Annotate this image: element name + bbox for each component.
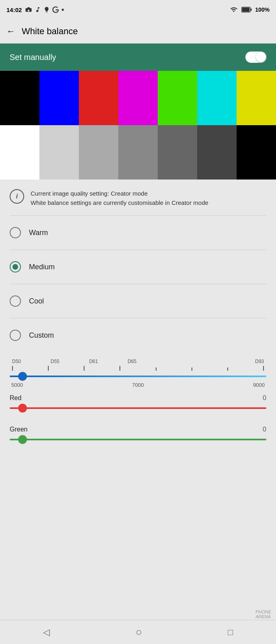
battery-percent: 100% <box>255 6 270 13</box>
radio-circle-cool <box>10 295 21 307</box>
color-bar-cyan <box>197 71 237 125</box>
green-channel-section: Green 0 <box>0 419 276 444</box>
game-icon <box>25 6 32 13</box>
gray-bar-4 <box>158 125 197 180</box>
tick-2 <box>48 366 49 371</box>
radio-circle-warm <box>10 227 21 238</box>
status-bar: 14:02 • <box>0 0 276 19</box>
tick-8 <box>263 366 264 371</box>
nav-bar: ◁ ○ □ <box>0 620 276 644</box>
color-bar-image <box>0 71 276 180</box>
wifi-icon <box>229 6 238 13</box>
bulb-icon <box>43 6 50 13</box>
scale-num-9000: 9000 <box>253 382 265 388</box>
gray-bar-0 <box>0 125 39 180</box>
color-bars-bottom <box>0 125 276 180</box>
radio-inner-medium <box>12 264 18 270</box>
set-manually-label: Set manually <box>10 53 56 62</box>
red-channel-row: Red 0 <box>10 394 266 402</box>
tick-5 <box>156 367 157 371</box>
gray-bar-1 <box>39 125 79 180</box>
tick-3 <box>84 366 84 371</box>
music-icon <box>35 6 41 13</box>
tick-6 <box>192 367 192 371</box>
radio-circle-medium <box>10 261 21 272</box>
green-thumb[interactable] <box>18 435 27 444</box>
red-slider[interactable] <box>10 403 266 413</box>
radio-warm[interactable]: Warm <box>0 216 276 250</box>
scale-label-d50: D50 <box>12 359 21 364</box>
radio-custom[interactable]: Custom <box>0 318 276 352</box>
toggle-knob <box>256 52 266 62</box>
green-track <box>10 439 266 440</box>
set-manually-banner: Set manually <box>0 43 276 71</box>
color-bars-top <box>0 71 276 125</box>
back-button[interactable]: ← <box>6 26 15 37</box>
svg-rect-2 <box>251 8 252 11</box>
gray-bar-2 <box>79 125 118 180</box>
tick-1 <box>12 366 13 371</box>
tick-4 <box>119 366 120 371</box>
status-left: 14:02 • <box>6 5 64 14</box>
green-value: 0 <box>263 426 266 433</box>
page-title: White balance <box>22 26 78 37</box>
radio-label-custom: Custom <box>29 331 54 340</box>
scale-label-d65: D65 <box>128 359 136 364</box>
top-bar: ← White balance <box>0 19 276 43</box>
temp-thumb[interactable] <box>18 372 27 381</box>
color-bar-green <box>158 71 197 125</box>
scale-label-d55: D55 <box>51 359 60 364</box>
nav-back-button[interactable]: ◁ <box>43 627 50 638</box>
color-bar-red <box>79 71 118 125</box>
scale-label-d93: D93 <box>255 359 264 364</box>
scale-label-d61: D61 <box>89 359 98 364</box>
svg-rect-1 <box>242 8 250 12</box>
radio-label-cool: Cool <box>29 297 44 305</box>
color-bar-yellow <box>237 71 276 125</box>
red-thumb[interactable] <box>18 404 27 413</box>
tick-7 <box>227 367 228 371</box>
dot-icon: • <box>61 5 64 14</box>
green-label: Green <box>10 426 27 433</box>
gray-bar-3 <box>118 125 158 180</box>
status-right: 100% <box>229 6 270 13</box>
radio-cool[interactable]: Cool <box>0 284 276 318</box>
red-value: 0 <box>263 394 266 402</box>
gray-bar-6 <box>237 125 276 180</box>
scale-num-5000: 5000 <box>11 382 23 388</box>
green-slider[interactable] <box>10 435 266 444</box>
battery-icon <box>241 6 252 13</box>
radio-label-medium: Medium <box>29 263 55 271</box>
radio-medium[interactable]: Medium <box>0 250 276 284</box>
temp-track <box>10 376 266 377</box>
status-time: 14:02 <box>6 6 22 13</box>
info-icon: i <box>10 189 24 204</box>
nav-recents-button[interactable]: □ <box>228 627 233 638</box>
gray-bar-5 <box>197 125 237 180</box>
red-label: Red <box>10 394 21 402</box>
g-icon <box>52 6 59 13</box>
scale-num-7000: 7000 <box>132 382 144 388</box>
watermark: PHONEARENA <box>255 609 271 619</box>
color-bar-blue <box>39 71 79 125</box>
set-manually-toggle[interactable] <box>245 52 266 63</box>
red-channel-section: Red 0 <box>0 388 276 413</box>
radio-circle-custom <box>10 330 21 341</box>
info-text: Current image quality setting: Creator m… <box>31 189 208 207</box>
nav-home-button[interactable]: ○ <box>136 626 142 638</box>
temperature-slider[interactable] <box>10 372 266 380</box>
color-bar-magenta <box>118 71 158 125</box>
radio-label-warm: Warm <box>29 229 48 237</box>
green-channel-row: Green 0 <box>10 426 266 433</box>
info-section: i Current image quality setting: Creator… <box>0 180 276 215</box>
temperature-slider-section: D50 D55 D61 D65 D93 5000 7000 9000 <box>0 352 276 388</box>
red-track <box>10 407 266 409</box>
color-bar-black <box>0 71 39 125</box>
status-icons: • <box>25 5 64 14</box>
